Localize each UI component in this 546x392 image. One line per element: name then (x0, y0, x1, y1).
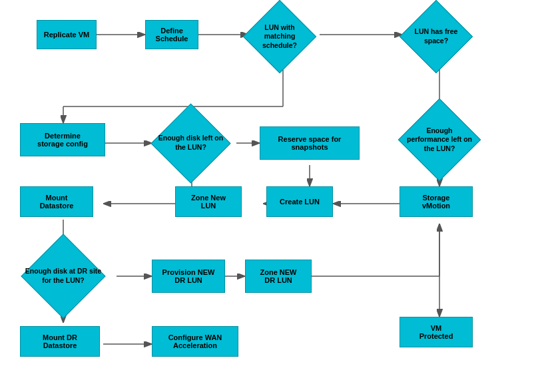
node-vm-protected: VM Protected (400, 317, 473, 347)
node-create-lun: Create LUN (266, 186, 333, 217)
node-determine-storage: Determine storage config (20, 123, 105, 156)
node-lun-matching: LUN with matching schedule? (240, 7, 320, 67)
node-provision-dr-lun: Provision NEW DR LUN (152, 260, 225, 293)
node-lun-free-space: LUN has free space? (400, 7, 473, 67)
flowchart-diagram: Replicate VM Define Schedule LUN with ma… (0, 0, 546, 392)
node-mount-dr-datastore: Mount DR Datastore (20, 326, 100, 357)
node-reserve-space: Reserve space for snapshots (260, 126, 360, 160)
node-enough-disk-lun: Enough disk left on the LUN? (145, 113, 236, 173)
node-storage-vmotion: Storage vMotion (400, 186, 473, 217)
node-zone-new-lun: Zone New LUN (175, 186, 242, 217)
node-replicate-vm: Replicate VM (37, 20, 97, 49)
node-zone-new-dr-lun: Zone NEW DR LUN (245, 260, 312, 293)
node-configure-wan: Configure WAN Acceleration (152, 326, 238, 357)
node-define-schedule: Define Schedule (145, 20, 198, 49)
node-enough-disk-dr: Enough disk at DR site for the LUN? (20, 243, 107, 309)
node-enough-perf: Enough performance left on the LUN? (400, 106, 479, 173)
node-mount-datastore: Mount Datastore (20, 186, 93, 217)
